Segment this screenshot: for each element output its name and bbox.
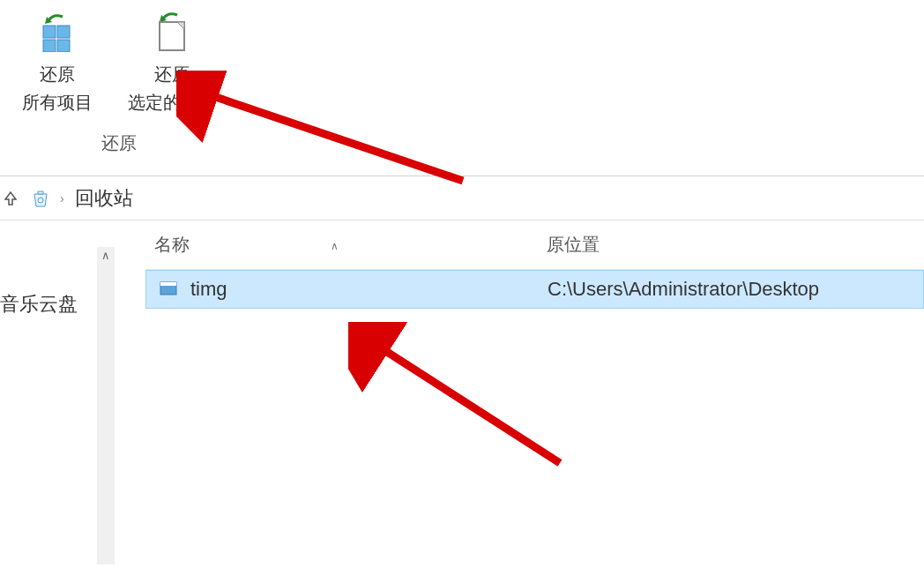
- location-text[interactable]: 回收站: [75, 185, 133, 212]
- restore-selected-button[interactable]: 还原 选定的项目: [123, 4, 220, 121]
- nav-up-button[interactable]: [0, 188, 21, 209]
- file-icon: [146, 280, 190, 299]
- recycle-bin-icon: [30, 188, 51, 209]
- file-location: C:\Users\Administrator\Desktop: [548, 278, 923, 301]
- scroll-up-icon[interactable]: ∧: [100, 247, 112, 264]
- chevron-right-icon: ›: [60, 191, 64, 206]
- svg-rect-2: [57, 26, 70, 38]
- restore-all-icon: [35, 9, 79, 53]
- restore-all-label: 还原 所有项目: [22, 60, 93, 116]
- restore-selected-icon: [150, 9, 194, 53]
- column-name-header[interactable]: 名称 ∧: [145, 233, 547, 257]
- sidebar-item-cloud[interactable]: 音乐云盘: [0, 247, 145, 318]
- restore-selected-label: 还原 选定的项目: [128, 60, 216, 116]
- file-name: timg: [190, 278, 548, 301]
- address-bar[interactable]: › 回收站: [0, 176, 924, 220]
- svg-rect-1: [43, 26, 56, 38]
- svg-rect-3: [43, 40, 56, 52]
- sort-arrow-icon: ∧: [331, 240, 339, 252]
- sidebar: 音乐云盘 ∧: [0, 220, 145, 568]
- columns-header: 名称 ∧ 原位置: [145, 220, 924, 270]
- column-location-header[interactable]: 原位置: [547, 233, 924, 257]
- sidebar-scrollbar[interactable]: ∧: [97, 247, 115, 564]
- svg-rect-4: [57, 40, 70, 52]
- file-row[interactable]: timg C:\Users\Administrator\Desktop: [145, 270, 924, 309]
- restore-all-button[interactable]: 还原 所有项目: [18, 4, 97, 121]
- ribbon-group-label: 还原: [101, 131, 137, 155]
- svg-rect-10: [160, 282, 176, 286]
- svg-rect-6: [160, 22, 184, 50]
